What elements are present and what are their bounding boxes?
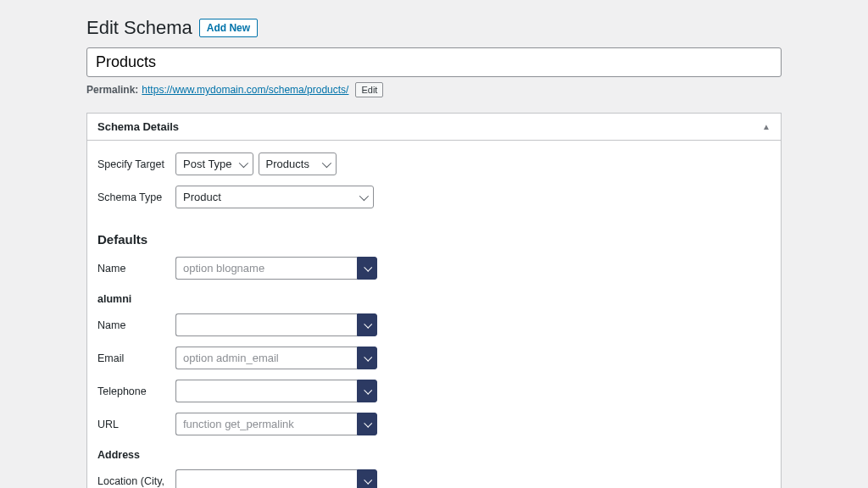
alumni-url-label: URL: [97, 413, 175, 431]
chevron-down-icon: [364, 353, 372, 362]
alumni-email-input[interactable]: [175, 347, 357, 369]
specify-target-label: Specify Target: [97, 152, 175, 171]
default-name-dropdown-button[interactable]: [357, 257, 377, 280]
alumni-email-label: Email: [97, 347, 175, 365]
chevron-down-icon: [359, 191, 369, 200]
permalink-row: Permalink: https://www.mydomain.com/sche…: [86, 82, 782, 97]
target-type-select[interactable]: Post Type: [175, 152, 253, 175]
add-new-button[interactable]: Add New: [199, 19, 258, 37]
alumni-url-input[interactable]: [175, 413, 357, 435]
alumni-heading: alumni: [97, 293, 771, 305]
alumni-url-dropdown-button[interactable]: [357, 413, 377, 435]
chevron-down-icon: [364, 263, 372, 272]
defaults-heading: Defaults: [97, 232, 771, 247]
alumni-name-dropdown-button[interactable]: [357, 313, 377, 336]
address-location-input[interactable]: [175, 469, 357, 488]
chevron-down-icon: [364, 320, 372, 329]
collapse-toggle-icon[interactable]: ▲: [762, 122, 771, 131]
alumni-name-input[interactable]: [175, 313, 357, 336]
address-location-dropdown-button[interactable]: [357, 469, 377, 488]
alumni-telephone-combo: [175, 380, 377, 402]
alumni-email-dropdown-button[interactable]: [357, 347, 377, 369]
address-heading: Address: [97, 449, 771, 461]
alumni-telephone-label: Telephone: [97, 380, 175, 398]
default-name-label: Name: [97, 257, 175, 275]
schema-type-select[interactable]: Product: [175, 186, 374, 208]
chevron-down-icon: [364, 386, 372, 395]
alumni-telephone-dropdown-button[interactable]: [357, 380, 377, 402]
permalink-label: Permalink:: [86, 84, 138, 96]
schema-details-metabox: Schema Details ▲ Specify Target Post Typ…: [86, 113, 782, 488]
permalink-url[interactable]: https://www.mydomain.com/schema/products…: [142, 84, 348, 96]
schema-type-label: Schema Type: [97, 186, 175, 204]
alumni-name-combo: [175, 313, 377, 336]
metabox-header[interactable]: Schema Details ▲: [87, 114, 781, 141]
default-name-combo: [175, 257, 377, 280]
alumni-name-label: Name: [97, 313, 175, 332]
schema-title-input[interactable]: [86, 47, 782, 77]
default-name-input[interactable]: [175, 257, 357, 280]
alumni-email-combo: [175, 347, 377, 369]
address-location-label: Location (City, Province): [97, 469, 175, 488]
chevron-down-icon: [364, 476, 372, 485]
alumni-url-combo: [175, 413, 377, 435]
chevron-down-icon: [364, 419, 372, 428]
address-location-combo: [175, 469, 377, 488]
page-title: Edit Schema: [86, 17, 192, 39]
target-value-select[interactable]: Products: [259, 152, 337, 175]
chevron-down-icon: [238, 158, 248, 167]
chevron-down-icon: [321, 158, 331, 167]
permalink-edit-button[interactable]: Edit: [355, 82, 383, 97]
metabox-title: Schema Details: [97, 120, 179, 133]
alumni-telephone-input[interactable]: [175, 380, 357, 402]
